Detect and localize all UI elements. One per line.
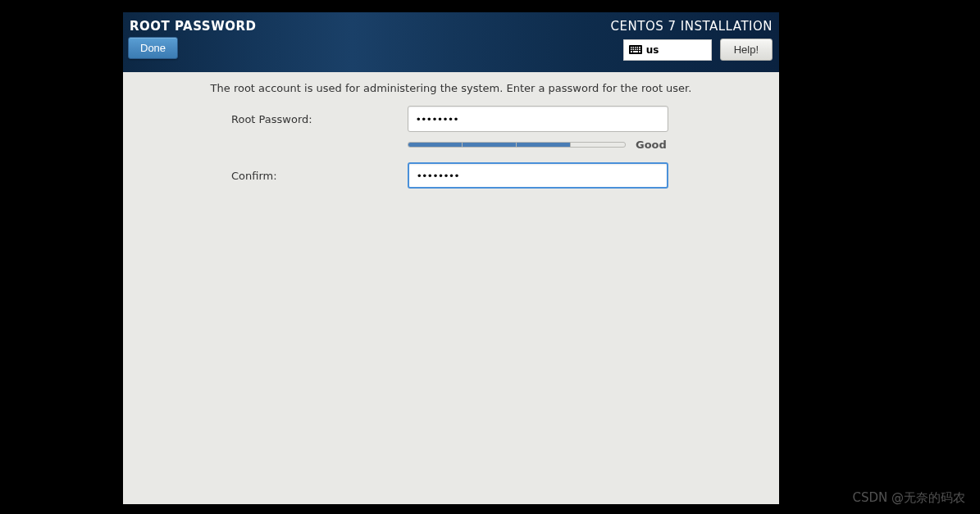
strength-segment-4: [571, 143, 625, 147]
strength-segment-3: [517, 143, 571, 147]
svg-rect-7: [632, 49, 634, 51]
svg-rect-2: [632, 47, 634, 48]
help-button[interactable]: Help!: [720, 39, 773, 61]
description-text: The root account is used for administeri…: [123, 82, 779, 94]
svg-rect-12: [633, 51, 638, 52]
keyboard-layout-label: us: [646, 44, 659, 56]
root-password-input[interactable]: [408, 106, 668, 132]
confirm-row: Confirm:: [231, 162, 779, 189]
svg-rect-8: [635, 49, 636, 51]
header-controls: us Help!: [623, 39, 773, 61]
header-right: CENTOS 7 INSTALLATION: [611, 17, 773, 67]
watermark: CSDN @无奈的码农: [852, 490, 965, 506]
strength-segment-2: [463, 143, 517, 147]
password-strength-bar: [408, 142, 626, 148]
svg-rect-9: [636, 49, 638, 51]
password-label: Root Password:: [231, 113, 408, 125]
done-button[interactable]: Done: [128, 37, 178, 59]
installer-window: ROOT PASSWORD Done CENTOS 7 INSTALLATION: [123, 12, 779, 504]
installer-title: CENTOS 7 INSTALLATION: [611, 17, 773, 34]
content-area: The root account is used for administeri…: [123, 72, 779, 504]
svg-rect-1: [631, 47, 632, 48]
page-title: ROOT PASSWORD: [128, 17, 256, 34]
confirm-label: Confirm:: [231, 170, 408, 182]
svg-rect-10: [639, 49, 640, 51]
svg-rect-5: [639, 47, 640, 48]
svg-rect-11: [631, 51, 632, 52]
strength-label: Good: [636, 139, 667, 151]
keyboard-icon: [629, 45, 642, 54]
header-left: ROOT PASSWORD Done: [128, 17, 256, 67]
password-row: Root Password:: [231, 106, 779, 132]
svg-rect-6: [631, 49, 632, 51]
svg-rect-3: [635, 47, 636, 48]
strength-row: Good: [408, 139, 779, 151]
form-area: Root Password: Good Confirm:: [123, 106, 779, 189]
keyboard-layout-indicator[interactable]: us: [623, 39, 712, 61]
strength-segment-1: [408, 143, 463, 147]
svg-rect-13: [639, 51, 640, 52]
confirm-password-input[interactable]: [408, 162, 668, 189]
header-bar: ROOT PASSWORD Done CENTOS 7 INSTALLATION: [123, 12, 779, 72]
svg-rect-4: [636, 47, 638, 48]
